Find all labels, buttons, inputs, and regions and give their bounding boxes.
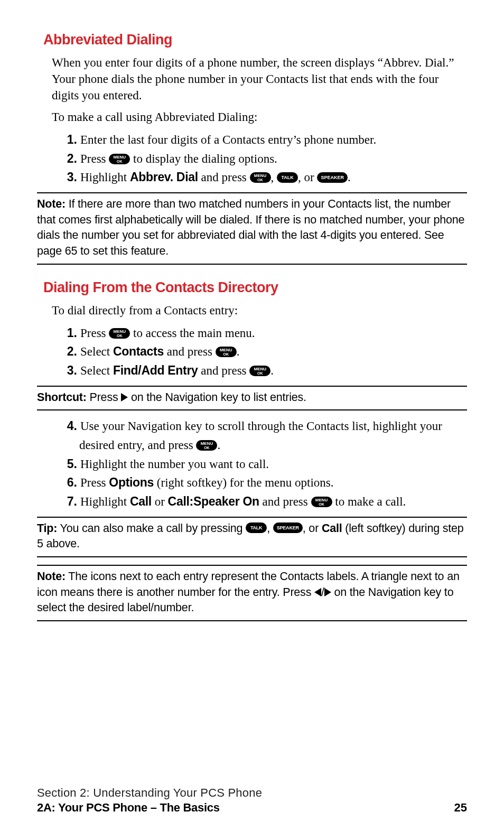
step-3: 3.Highlight Abbrev. Dial and press MENUO…	[62, 168, 467, 187]
step-text: Highlight	[80, 171, 130, 184]
bold-text: Options	[109, 475, 154, 489]
step-text: to display the dialing options.	[130, 152, 277, 165]
menu-ok-key-icon: MENUOK	[250, 172, 271, 183]
step-6: 6.Press Options (right softkey) for the …	[62, 473, 467, 492]
step-4: 4.Use your Navigation key to scroll thro…	[62, 417, 467, 454]
note-callout: Note: If there are more than two matched…	[37, 192, 467, 265]
step-text: and press	[259, 495, 311, 508]
shortcut-text: Press	[87, 391, 122, 404]
tip-text: You can also make a call by pressing	[57, 522, 246, 535]
step-1: 1.Press MENUOK to access the main menu.	[62, 324, 467, 343]
note-lead: Note:	[37, 570, 66, 583]
lead-paragraph: To make a call using Abbreviated Dialing…	[52, 109, 467, 125]
section-abbreviated-dialing: Abbreviated Dialing When you enter four …	[37, 32, 467, 265]
step-7: 7.Highlight Call or Call:Speaker On and …	[62, 492, 467, 511]
step-text: Press	[80, 152, 109, 165]
tip-text: , or	[303, 522, 322, 535]
step-text: .	[270, 364, 274, 377]
menu-ok-key-icon: MENUOK	[109, 154, 130, 164]
step-text: Highlight the number you want to call.	[80, 458, 269, 471]
step-3: 3.Select Find/Add Entry and press MENUOK…	[62, 361, 467, 380]
section-dialing-contacts: Dialing From the Contacts Directory To d…	[37, 279, 467, 621]
step-text: (right softkey) for the menu options.	[154, 476, 333, 489]
step-5: 5.Highlight the number you want to call.	[62, 455, 467, 474]
menu-ok-key-icon: MENUOK	[196, 440, 217, 451]
heading-dialing-contacts: Dialing From the Contacts Directory	[43, 279, 467, 296]
page-number: 25	[454, 801, 467, 815]
step-text: .	[237, 345, 240, 358]
step-text: and press	[198, 364, 250, 377]
bold-text: Call	[322, 522, 342, 535]
step-text: , or	[298, 171, 317, 184]
intro-paragraph: When you enter four digits of a phone nu…	[52, 54, 467, 104]
menu-ok-key-icon: MENUOK	[249, 366, 270, 376]
bold-text: Abbrev. Dial	[130, 170, 198, 184]
bold-text: Contacts	[113, 344, 164, 358]
step-2: 2.Select Contacts and press MENUOK.	[62, 342, 467, 361]
step-text: Use your Navigation key to scroll throug…	[79, 419, 442, 452]
step-text: Highlight	[80, 495, 130, 508]
step-1: 1.Enter the last four digits of a Contac…	[62, 130, 467, 150]
bold-text: Call	[130, 494, 152, 508]
menu-ok-key-icon: MENUOK	[216, 347, 237, 357]
menu-ok-key-icon: MENUOK	[109, 328, 130, 339]
note-text: If there are more than two matched numbe…	[37, 198, 464, 257]
steps-list-2a: 1.Press MENUOK to access the main menu. …	[62, 324, 467, 380]
tip-lead: Tip:	[37, 522, 57, 535]
talk-key-icon: TALK	[246, 522, 267, 533]
bold-text: Find/Add Entry	[113, 363, 198, 377]
step-text: to access the main menu.	[130, 326, 255, 340]
tip-callout: Tip: You can also make a call by pressin…	[37, 517, 467, 557]
shortcut-text: on the Navigation key to list entries.	[128, 391, 306, 404]
right-arrow-icon	[324, 588, 331, 596]
lead-paragraph: To dial directly from a Contacts entry:	[52, 302, 467, 319]
speaker-key-icon: SPEAKER	[317, 172, 348, 183]
step-text: to make a call.	[332, 495, 406, 508]
step-text: and press	[198, 171, 250, 184]
right-arrow-icon	[121, 393, 128, 402]
step-text: Press	[80, 326, 109, 340]
shortcut-lead: Shortcut:	[37, 391, 87, 404]
step-text: .	[348, 171, 351, 184]
step-text: Press	[80, 476, 109, 489]
steps-list-1: 1.Enter the last four digits of a Contac…	[62, 130, 467, 187]
shortcut-callout: Shortcut: Press on the Navigation key to…	[37, 386, 467, 411]
step-2: 2.Press MENUOK to display the dialing op…	[62, 150, 467, 169]
step-text: .	[217, 438, 220, 452]
menu-ok-key-icon: MENUOK	[311, 497, 332, 507]
heading-abbreviated-dialing: Abbreviated Dialing	[43, 32, 467, 48]
bold-text: Call:Speaker On	[168, 494, 259, 508]
footer-section-title: Section 2: Understanding Your PCS Phone	[37, 786, 467, 800]
step-text: ,	[271, 171, 277, 184]
speaker-key-icon: SPEAKER	[273, 522, 303, 533]
steps-list-2b: 4.Use your Navigation key to scroll thro…	[62, 417, 467, 511]
footer-subsection-title: 2A: Your PCS Phone – The Basics	[37, 801, 220, 815]
step-text: or	[152, 495, 168, 508]
tip-text: ,	[267, 522, 273, 535]
left-arrow-icon	[314, 588, 321, 596]
note-lead: Note:	[37, 198, 66, 210]
talk-key-icon: TALK	[277, 172, 298, 183]
step-text: Enter the last four digits of a Contacts…	[80, 133, 376, 146]
step-text: and press	[164, 345, 216, 358]
page-footer: Section 2: Understanding Your PCS Phone …	[37, 786, 467, 815]
step-text: Select	[80, 345, 113, 358]
note-callout-2: Note: The icons next to each entry repre…	[37, 565, 467, 621]
step-text: Select	[80, 364, 113, 377]
